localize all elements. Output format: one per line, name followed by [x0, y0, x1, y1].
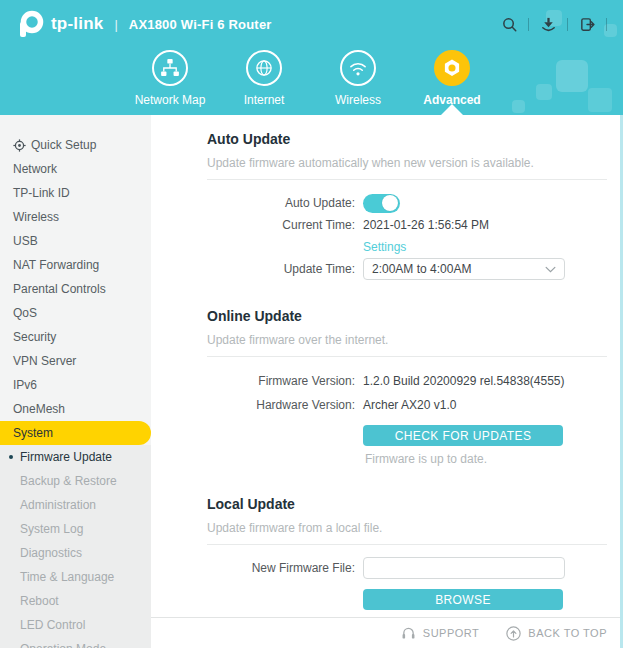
- current-time-label: Current Time:: [207, 218, 355, 232]
- sidebar-subitem-system-log[interactable]: System Log: [0, 517, 151, 541]
- sidebar-subitem-operation-mode[interactable]: Operation Mode: [0, 637, 151, 648]
- sidebar-item-onemesh[interactable]: OneMesh: [0, 397, 151, 421]
- decor-square: [512, 100, 525, 113]
- sidebar-subitem-label: LED Control: [20, 618, 85, 632]
- router-admin-screen: tp-link | AX1800 Wi-Fi 6 Router: [0, 0, 623, 648]
- sidebar-subitem-firmware-update[interactable]: Firmware Update: [0, 445, 151, 469]
- sidebar-item-label: Network: [13, 162, 57, 176]
- section-description: Update firmware automatically when new v…: [207, 156, 607, 180]
- chevron-down-icon: [545, 266, 556, 273]
- sidebar-menu: Quick Setup Network TP-Link ID Wireless …: [0, 115, 151, 648]
- brand: tp-link: [16, 9, 103, 39]
- icon-separator: [567, 18, 568, 31]
- sidebar-subitem-label: Backup & Restore: [20, 474, 117, 488]
- globe-icon: [246, 50, 282, 86]
- sidebar-subitem-time-language[interactable]: Time & Language: [0, 565, 151, 589]
- brand-name: tp-link: [51, 14, 103, 34]
- update-time-selected-value: 2:00AM to 4:00AM: [372, 262, 471, 276]
- decor-square: [536, 84, 552, 100]
- sidebar-item-tplink-id[interactable]: TP-Link ID: [0, 181, 151, 205]
- network-map-icon: [152, 50, 188, 86]
- sidebar-subitem-label: Time & Language: [20, 570, 114, 584]
- sidebar-subitem-label: Diagnostics: [20, 546, 82, 560]
- sidebar-item-usb[interactable]: USB: [0, 229, 151, 253]
- active-bullet: [9, 455, 13, 459]
- sidebar-item-ipv6[interactable]: IPv6: [0, 373, 151, 397]
- sidebar-item-wireless[interactable]: Wireless: [0, 205, 151, 229]
- new-firmware-file-label: New Firmware File:: [207, 561, 355, 575]
- browse-button[interactable]: BROWSE: [363, 589, 563, 610]
- sidebar-item-label: System: [13, 426, 53, 440]
- auto-update-toggle[interactable]: [363, 194, 400, 213]
- auto-update-toggle-label: Auto Update:: [207, 196, 355, 210]
- sidebar-item-quick-setup[interactable]: Quick Setup: [0, 133, 151, 157]
- tab-label: Network Map: [122, 93, 218, 107]
- firmware-download-icon[interactable]: [538, 14, 558, 34]
- section-title: Auto Update: [207, 131, 607, 147]
- sidebar: Quick Setup Network TP-Link ID Wireless …: [0, 115, 151, 648]
- sidebar-item-system[interactable]: System: [0, 421, 151, 445]
- sidebar-item-label: Security: [13, 330, 56, 344]
- icon-separator: [528, 18, 529, 31]
- active-tab-pointer: [441, 104, 463, 115]
- update-time-label: Update Time:: [207, 262, 355, 276]
- sidebar-item-nat-forwarding[interactable]: NAT Forwarding: [0, 253, 151, 277]
- sidebar-item-vpn-server[interactable]: VPN Server: [0, 349, 151, 373]
- system-submenu: Firmware Update Backup & Restore Adminis…: [0, 445, 151, 648]
- new-firmware-file-input[interactable]: [363, 557, 565, 579]
- sidebar-item-qos[interactable]: QoS: [0, 301, 151, 325]
- tp-link-logo-icon: [16, 9, 46, 39]
- footer: SUPPORT BACK TO TOP: [151, 617, 623, 648]
- sidebar-subitem-administration[interactable]: Administration: [0, 493, 151, 517]
- sidebar-subitem-label: Reboot: [20, 594, 59, 608]
- headset-icon: [400, 625, 417, 642]
- auto-update-section: Auto Update Update firmware automaticall…: [151, 115, 623, 280]
- tab-network-map[interactable]: Network Map: [122, 50, 218, 107]
- settings-link[interactable]: Settings: [363, 240, 406, 254]
- quick-setup-icon: [13, 139, 26, 152]
- tab-label: Wireless: [310, 93, 406, 107]
- sidebar-subitem-led-control[interactable]: LED Control: [0, 613, 151, 637]
- sidebar-subitem-diagnostics[interactable]: Diagnostics: [0, 541, 151, 565]
- check-for-updates-button[interactable]: CHECK FOR UPDATES: [363, 425, 563, 446]
- sidebar-subitem-label: Administration: [20, 498, 96, 512]
- wifi-icon: [340, 50, 376, 86]
- sidebar-subitem-reboot[interactable]: Reboot: [0, 589, 151, 613]
- logout-icon[interactable]: [577, 14, 597, 34]
- section-description: Update firmware from a local file.: [207, 521, 607, 545]
- tab-label: Internet: [216, 93, 312, 107]
- sidebar-subitem-backup-restore[interactable]: Backup & Restore: [0, 469, 151, 493]
- gear-icon: [434, 50, 470, 86]
- section-description: Update firmware over the internet.: [207, 333, 607, 357]
- header: tp-link | AX1800 Wi-Fi 6 Router: [0, 0, 623, 115]
- topbar: tp-link | AX1800 Wi-Fi 6 Router: [0, 0, 623, 48]
- firmware-version-value: 1.2.0 Build 20200929 rel.54838(4555): [363, 374, 565, 388]
- firmware-version-label: Firmware Version:: [207, 374, 355, 388]
- back-to-top-button[interactable]: BACK TO TOP: [505, 625, 607, 642]
- current-time-value: 2021-01-26 1:56:54 PM: [363, 218, 489, 232]
- arrow-up-circle-icon: [505, 625, 522, 642]
- update-time-select[interactable]: 2:00AM to 4:00AM: [363, 258, 565, 280]
- support-button[interactable]: SUPPORT: [400, 625, 479, 642]
- sidebar-item-label: Quick Setup: [31, 138, 96, 152]
- sidebar-item-label: Parental Controls: [13, 282, 106, 296]
- hardware-version-label: Hardware Version:: [207, 398, 355, 412]
- header-actions: [499, 14, 607, 34]
- decor-square: [556, 60, 588, 92]
- section-title: Online Update: [207, 308, 607, 324]
- sidebar-item-security[interactable]: Security: [0, 325, 151, 349]
- sidebar-item-label: QoS: [13, 306, 37, 320]
- toggle-knob: [382, 195, 398, 211]
- tab-internet[interactable]: Internet: [216, 50, 312, 107]
- search-icon[interactable]: [499, 14, 519, 34]
- hardware-version-value: Archer AX20 v1.0: [363, 398, 456, 412]
- sidebar-item-label: NAT Forwarding: [13, 258, 99, 272]
- sidebar-item-parental-controls[interactable]: Parental Controls: [0, 277, 151, 301]
- section-title: Local Update: [207, 496, 607, 512]
- support-label: SUPPORT: [423, 627, 479, 639]
- tab-advanced[interactable]: Advanced: [404, 50, 500, 107]
- sidebar-item-network[interactable]: Network: [0, 157, 151, 181]
- tab-wireless[interactable]: Wireless: [310, 50, 406, 107]
- sidebar-item-label: USB: [13, 234, 38, 248]
- icon-separator: [606, 18, 607, 31]
